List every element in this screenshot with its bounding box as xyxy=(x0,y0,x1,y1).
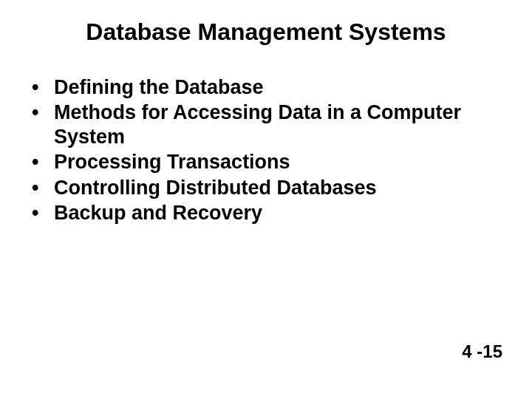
list-item: Processing Transactions xyxy=(26,150,506,174)
bullet-list: Defining the Database Methods for Access… xyxy=(26,75,506,225)
list-item: Backup and Recovery xyxy=(26,201,506,225)
slide-title: Database Management Systems xyxy=(26,18,506,46)
list-item: Defining the Database xyxy=(26,75,506,99)
list-item: Methods for Accessing Data in a Computer… xyxy=(26,100,506,149)
list-item: Controlling Distributed Databases xyxy=(26,176,506,200)
slide-container: Database Management Systems Defining the… xyxy=(0,0,532,399)
page-number: 4 -15 xyxy=(462,341,502,362)
